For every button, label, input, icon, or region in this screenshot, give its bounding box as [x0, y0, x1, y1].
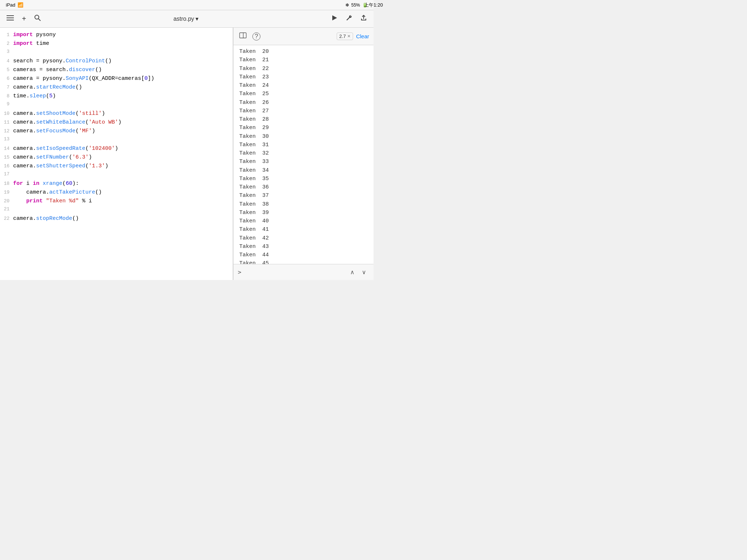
code-line-20: 20 print "Taken %d" % i [0, 197, 233, 206]
line-code: import time [13, 39, 49, 48]
output-line: Taken 24 [233, 81, 374, 90]
line-code: for i in xrange(60): [13, 179, 79, 188]
code-line-3: 3 [0, 48, 233, 57]
plus-icon: + [22, 15, 26, 23]
code-line-14: 14camera.setIsoSpeedRate('102400') [0, 144, 233, 153]
output-line: Taken 42 [233, 234, 374, 242]
wifi-icon: 📶 [18, 2, 23, 8]
python-version-badge: 2.7 ✕ [337, 32, 353, 40]
wrench-button[interactable] [344, 12, 355, 25]
output-line: Taken 39 [233, 209, 374, 217]
search-button[interactable] [32, 12, 43, 25]
status-bar: iPad 📶 上午1:20 ✻ 55% 🔋 [0, 0, 374, 10]
line-code: import pysony [13, 31, 56, 39]
line-code: camera.stopRecMode() [13, 214, 79, 223]
code-line-17: 17 [0, 171, 233, 179]
line-number: 4 [0, 58, 13, 65]
line-number: 2 [0, 40, 13, 47]
line-number: 22 [0, 215, 13, 222]
svg-line-4 [38, 19, 40, 21]
device-label: iPad [6, 2, 15, 8]
scroll-up-button[interactable]: ∧ [347, 267, 357, 277]
line-number: 19 [0, 189, 13, 196]
code-line-19: 19 camera.actTakePicture() [0, 188, 233, 197]
line-number: 9 [0, 101, 13, 108]
share-button[interactable] [358, 12, 369, 25]
output-line: Taken 22 [233, 65, 374, 73]
toolbar: + astro.py ▾ [0, 10, 374, 28]
line-code: camera.setShutterSpeed('1.3') [13, 162, 108, 170]
code-line-18: 18for i in xrange(60): [0, 179, 233, 188]
run-icon [331, 15, 338, 23]
code-line-8: 8time.sleep(5) [0, 92, 233, 101]
output-line: Taken 34 [233, 166, 374, 175]
prompt-icon: > [238, 269, 241, 276]
output-content[interactable]: Taken 20Taken 21Taken 22Taken 23Taken 24… [233, 45, 374, 264]
line-number: 11 [0, 119, 13, 126]
help-icon: ? [252, 32, 260, 40]
clear-button[interactable]: Clear [356, 33, 369, 39]
line-code: cameras = search.discover() [13, 66, 102, 74]
line-number: 1 [0, 31, 13, 39]
add-file-button[interactable]: + [20, 12, 28, 25]
output-header: ? 2.7 ✕ Clear [233, 28, 374, 45]
line-number: 16 [0, 163, 13, 170]
output-line: Taken 37 [233, 191, 374, 200]
svg-point-3 [35, 15, 39, 19]
line-code: camera.setFocusMode('MF') [13, 127, 95, 135]
line-number: 8 [0, 93, 13, 100]
python-version-label: 2.7 [339, 34, 346, 39]
code-line-5: 5cameras = search.discover() [0, 66, 233, 74]
scroll-up-icon: ∧ [350, 269, 355, 275]
line-code: camera.setShootMode('still') [13, 109, 105, 118]
help-button[interactable]: ? [251, 31, 262, 42]
file-chevron-icon: ▾ [196, 15, 198, 22]
code-line-15: 15camera.setFNumber('6.3') [0, 153, 233, 162]
close-badge-icon: ✕ [347, 34, 351, 39]
panel-toggle-button[interactable] [238, 31, 248, 42]
file-title[interactable]: astro.py ▾ [173, 15, 198, 22]
search-icon [34, 15, 41, 23]
output-line: Taken 21 [233, 56, 374, 64]
output-line: Taken 26 [233, 98, 374, 107]
line-number: 13 [0, 136, 13, 143]
code-line-16: 16camera.setShutterSpeed('1.3') [0, 162, 233, 171]
line-number: 20 [0, 198, 13, 205]
scroll-down-icon: ∨ [362, 269, 366, 275]
line-code: camera.startRecMode() [13, 83, 82, 92]
line-code: camera.setFNumber('6.3') [13, 153, 92, 162]
main-content: 1import pysony2import time34search = pys… [0, 28, 374, 280]
output-line: Taken 28 [233, 115, 374, 124]
line-number: 21 [0, 206, 13, 213]
output-line: Taken 27 [233, 107, 374, 115]
upload-icon [360, 15, 367, 23]
run-button[interactable] [329, 12, 340, 25]
line-number: 12 [0, 128, 13, 135]
code-line-22: 22camera.stopRecMode() [0, 214, 233, 223]
svg-marker-5 [332, 15, 337, 20]
line-number: 14 [0, 145, 13, 152]
menu-button[interactable] [4, 13, 16, 25]
code-editor[interactable]: 1import pysony2import time34search = pys… [0, 28, 233, 280]
code-line-11: 11camera.setWhiteBalance('Auto WB') [0, 118, 233, 127]
output-line: Taken 44 [233, 251, 374, 259]
code-line-21: 21 [0, 206, 233, 214]
output-line: Taken 31 [233, 141, 374, 149]
line-code: search = pysony.ControlPoint() [13, 57, 112, 65]
output-line: Taken 20 [233, 47, 374, 56]
bluetooth-icon: ✻ [345, 3, 349, 8]
output-line: Taken 23 [233, 73, 374, 81]
line-number: 6 [0, 75, 13, 82]
scroll-down-button[interactable]: ∨ [359, 267, 369, 277]
code-line-7: 7camera.startRecMode() [0, 83, 233, 92]
line-code: camera = pysony.SonyAPI(QX_ADDR=cameras[… [13, 74, 154, 83]
output-line: Taken 43 [233, 242, 374, 251]
clear-label: Clear [356, 33, 369, 39]
output-line: Taken 40 [233, 217, 374, 225]
code-line-9: 9 [0, 101, 233, 109]
panel-icon [239, 33, 247, 40]
line-code: print "Taken %d" % i [13, 197, 92, 205]
line-code: camera.setWhiteBalance('Auto WB') [13, 118, 121, 127]
line-code: camera.actTakePicture() [13, 188, 102, 197]
line-number: 10 [0, 110, 13, 117]
